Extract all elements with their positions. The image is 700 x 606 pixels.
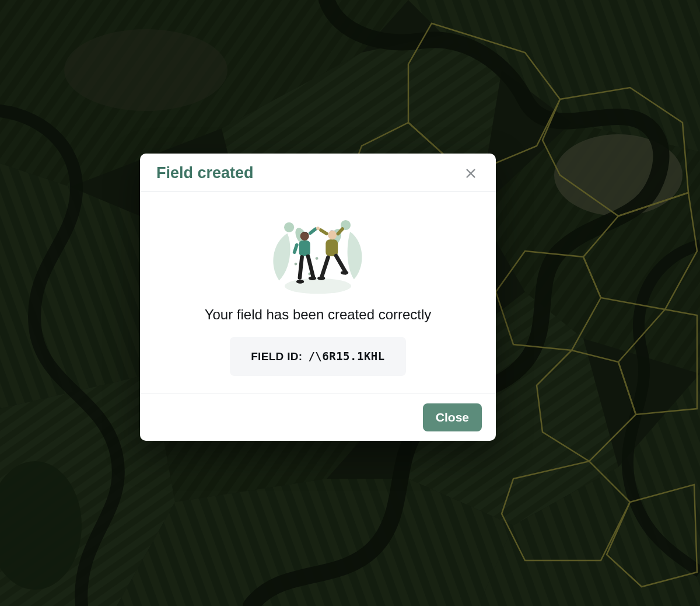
svg-rect-55 xyxy=(320,255,331,278)
svg-point-44 xyxy=(300,232,309,241)
svg-point-59 xyxy=(316,227,320,230)
svg-rect-47 xyxy=(298,255,304,280)
svg-point-58 xyxy=(341,271,348,275)
field-id-label: FIELD ID: xyxy=(251,350,302,363)
celebration-illustration xyxy=(262,208,373,296)
dialog-header: Field created xyxy=(140,154,496,192)
field-id-value: /\6R15.1KHL xyxy=(308,350,384,363)
close-button[interactable]: Close xyxy=(423,403,482,431)
close-icon[interactable] xyxy=(462,165,480,182)
field-created-dialog: Field created xyxy=(140,154,496,441)
field-id-box: FIELD ID: /\6R15.1KHL xyxy=(230,337,406,376)
svg-point-31 xyxy=(285,278,351,294)
dialog-footer: Close xyxy=(140,394,496,441)
svg-rect-53 xyxy=(318,228,329,236)
svg-rect-51 xyxy=(326,239,338,256)
success-message: Your field has been created correctly xyxy=(205,307,432,323)
svg-point-32 xyxy=(284,222,294,232)
svg-point-49 xyxy=(296,280,304,284)
svg-point-36 xyxy=(295,263,298,266)
svg-point-50 xyxy=(309,276,316,280)
svg-point-40 xyxy=(316,257,318,260)
svg-point-57 xyxy=(317,276,325,280)
svg-rect-48 xyxy=(306,254,316,278)
dialog-title: Field created xyxy=(156,164,254,182)
dialog-body: Your field has been created correctly FI… xyxy=(140,192,496,394)
svg-rect-43 xyxy=(299,241,310,256)
svg-point-52 xyxy=(328,231,337,239)
svg-rect-46 xyxy=(292,243,299,255)
